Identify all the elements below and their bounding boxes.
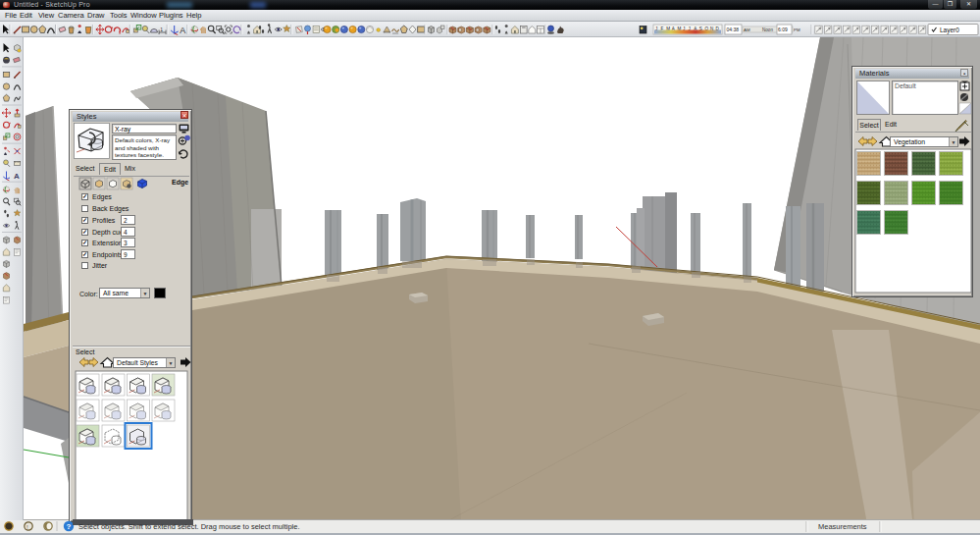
svg-text:A: A xyxy=(180,26,185,35)
svg-text:04:38: 04:38 xyxy=(727,27,740,32)
svg-text:Noon: Noon xyxy=(762,27,773,32)
svg-text:6:09: 6:09 xyxy=(778,27,788,32)
svg-text:?: ? xyxy=(67,522,72,531)
svg-text:Layer0: Layer0 xyxy=(940,27,959,34)
svg-text:AM: AM xyxy=(744,27,750,32)
svg-text:A: A xyxy=(14,172,20,181)
svg-text:PM: PM xyxy=(794,27,800,32)
svg-text:1: 1 xyxy=(160,27,163,32)
